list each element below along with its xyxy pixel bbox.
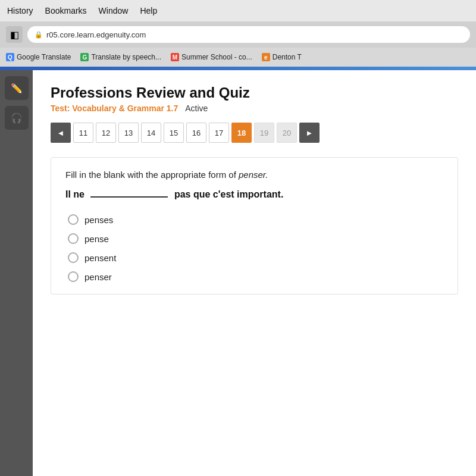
menu-history[interactable]: History [7,6,33,15]
radio-pensent[interactable] [68,252,79,263]
options-list: penses pense pensent penser [65,214,443,282]
favicon-e: e [262,53,270,61]
menu-window[interactable]: Window [99,6,129,15]
page-16[interactable]: 16 [186,123,206,143]
address-bar[interactable]: 🔒 r05.core.learn.edgenuity.com [27,26,470,43]
browser-chrome: ◧ 🔒 r05.core.learn.edgenuity.com [0,21,476,48]
menu-help[interactable]: Help [140,6,157,15]
bookmark-label-1: Google Translate [17,53,71,61]
status-badge: Active [185,104,208,113]
option-label-penses: penses [84,215,113,225]
radio-penses[interactable] [68,214,79,225]
url-text: r05.core.learn.edgenuity.com [46,30,146,39]
option-label-penser: penser [84,272,112,282]
page-11[interactable]: 11 [73,123,93,143]
favicon-m: M [171,53,179,61]
subtitle-test: Test: Vocabulary & Grammar 1.7 [51,104,178,113]
question-area: Fill in the blank with the appropriate f… [51,157,458,295]
page-19[interactable]: 19 [254,123,274,143]
page-12[interactable]: 12 [96,123,116,143]
page-17[interactable]: 17 [209,123,229,143]
option-label-pensent: pensent [84,253,116,263]
bookmark-label-4: Denton T [273,53,302,61]
option-label-pense: pense [84,234,109,244]
bookmark-label-2: Translate by speech... [91,53,161,61]
page-15[interactable]: 15 [164,123,184,143]
main-content: Professions Review and Quiz Test: Vocabu… [33,70,476,476]
sentence-start: Il ne [65,189,84,199]
option-pensent[interactable]: pensent [68,252,443,263]
page-14[interactable]: 14 [141,123,161,143]
option-pense[interactable]: pense [68,233,443,244]
left-sidebar: ✏️ 🎧 [0,70,33,476]
lock-icon: 🔒 [35,31,43,39]
next-button[interactable]: ► [299,123,320,143]
page-title: Professions Review and Quiz [51,84,458,101]
bookmark-google-translate[interactable]: Q Google Translate [6,53,71,61]
radio-pense[interactable] [68,233,79,244]
pagination: ◄ 11 12 13 14 15 16 17 18 19 20 ► [51,123,458,143]
option-penses[interactable]: penses [68,214,443,225]
subtitle-row: Test: Vocabulary & Grammar 1.7 Active [51,104,458,113]
bookmark-denton[interactable]: e Denton T [262,53,302,61]
question-instruction: Fill in the blank with the appropriate f… [65,170,443,180]
blank-line [90,196,168,198]
menu-bar: History Bookmarks Window Help [0,0,476,21]
bookmark-summer-school[interactable]: M Summer School - co... [171,53,252,61]
radio-penser[interactable] [68,271,79,282]
favicon-google: Q [6,53,14,61]
bookmark-label-3: Summer School - co... [181,53,252,61]
option-penser[interactable]: penser [68,271,443,282]
menu-bookmarks[interactable]: Bookmarks [45,6,87,15]
pencil-button[interactable]: ✏️ [5,76,29,100]
bookmarks-bar: Q Google Translate G Translate by speech… [0,48,476,67]
sentence-end: pas que c'est important. [174,189,283,199]
prev-button[interactable]: ◄ [51,123,71,143]
favicon-g: G [80,53,89,61]
headphone-button[interactable]: 🎧 [5,106,29,130]
bookmark-translate-speech[interactable]: G Translate by speech... [80,53,161,61]
browser-action-button[interactable]: ◧ [6,26,23,43]
page-20[interactable]: 20 [277,123,297,143]
page-13[interactable]: 13 [118,123,139,143]
page-18[interactable]: 18 [231,123,252,143]
question-sentence: Il ne pas que c'est important. [65,189,443,200]
